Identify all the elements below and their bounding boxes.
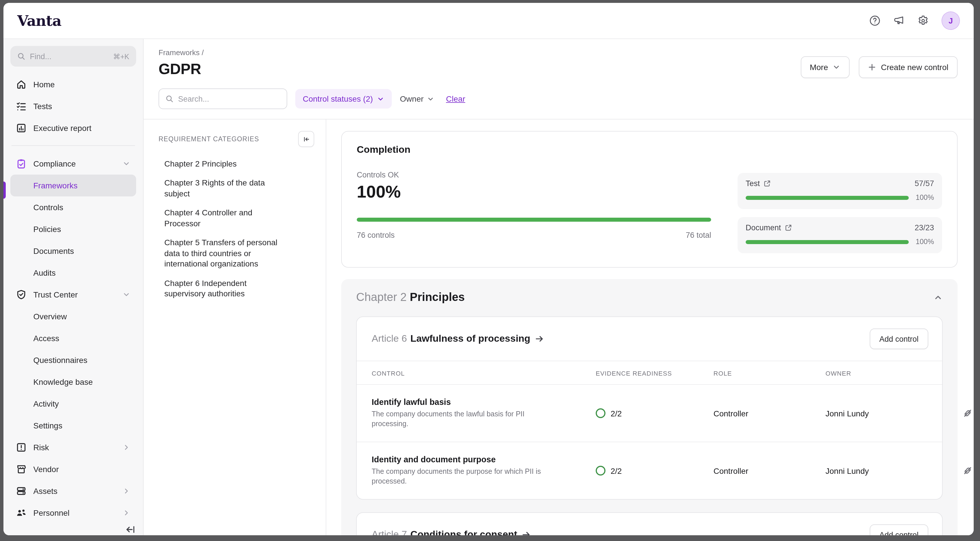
clear-filters-link[interactable]: Clear <box>446 94 465 103</box>
external-link-icon[interactable] <box>764 180 771 187</box>
shield-check-icon <box>16 290 26 300</box>
category-item[interactable]: Chapter 3 Rights of the data subject <box>164 178 279 199</box>
sidebar-item-tests[interactable]: Tests <box>10 95 136 117</box>
chevron-down-icon <box>123 291 130 299</box>
sidebar-item-assets[interactable]: Assets <box>10 480 136 502</box>
sidebar-item-questionnaires[interactable]: Questionnaires <box>10 349 136 371</box>
more-button[interactable]: More <box>800 56 850 78</box>
category-item[interactable]: Chapter 2 Principles <box>164 159 279 169</box>
owner-cell: Jonni Lundy <box>826 466 963 475</box>
sidebar-item-knowledge-base[interactable]: Knowledge base <box>10 371 136 393</box>
article-6-title-link[interactable]: Article 6 Lawfulness of processing <box>372 333 544 345</box>
app-body: Find... ⌘+K Home Tests Executive report … <box>3 39 974 535</box>
completion-percent: 100% <box>357 182 711 202</box>
completion-stats: Test 57/57 100% <box>738 173 942 253</box>
sidebar-item-label: Trust Center <box>33 290 78 299</box>
breadcrumb-frameworks[interactable]: Frameworks <box>159 48 200 57</box>
desktop-background: Vanta J Find... ⌘+K Home Tests <box>0 0 980 541</box>
evidence-ring-icon <box>596 408 606 418</box>
app-window: Vanta J Find... ⌘+K Home Tests <box>3 3 974 535</box>
sidebar-item-audits[interactable]: Audits <box>10 262 136 284</box>
article-7-title-link[interactable]: Article 7 Conditions for consent <box>372 529 531 535</box>
sidebar-item-label: Risk <box>33 443 49 452</box>
role-cell: Controller <box>713 409 826 418</box>
sidebar-item-label: Assets <box>33 487 57 496</box>
search-input[interactable]: Search... <box>159 88 287 109</box>
sidebar-item-label: Documents <box>33 247 74 256</box>
sidebar-item-label: Access <box>33 334 59 343</box>
user-avatar[interactable]: J <box>942 11 960 30</box>
sidebar-item-risk[interactable]: Risk <box>10 436 136 458</box>
article-7-card: Article 7 Conditions for consent Add con… <box>356 512 943 535</box>
table-row[interactable]: Identify lawful basis The company docume… <box>357 384 942 442</box>
sidebar-item-access[interactable]: Access <box>10 327 136 349</box>
chevron-up-icon[interactable] <box>934 293 943 302</box>
control-statuses-filter[interactable]: Control statuses (2) <box>295 89 392 108</box>
owner-filter[interactable]: Owner <box>400 94 434 103</box>
sidebar-item-policies[interactable]: Policies <box>10 218 136 240</box>
sidebar-item-overview[interactable]: Overview <box>10 306 136 327</box>
chevron-down-icon <box>377 95 384 102</box>
breadcrumb[interactable]: Frameworks / <box>159 48 204 57</box>
sidebar-item-label: Audits <box>33 268 56 277</box>
sidebar-item-label: Personnel <box>33 508 70 517</box>
sidebar-collapse-icon[interactable] <box>125 524 136 535</box>
add-control-button[interactable]: Add control <box>869 328 928 349</box>
column-header-owner: OWNER <box>826 361 963 384</box>
create-new-control-button[interactable]: Create new control <box>859 56 958 78</box>
chevron-right-icon <box>123 487 130 495</box>
sidebar: Find... ⌘+K Home Tests Executive report … <box>3 39 143 535</box>
main-content: Frameworks / GDPR More Create new contro… <box>143 39 974 535</box>
categories-title: REQUIREMENT CATEGORIES <box>159 135 259 142</box>
add-control-label: Add control <box>879 530 918 535</box>
test-stat-label[interactable]: Test <box>746 179 760 188</box>
category-item[interactable]: Chapter 6 Independent supervisory author… <box>164 278 279 299</box>
filter-row: Search... Control statuses (2) Owner Cle… <box>143 78 974 119</box>
sidebar-item-label: Home <box>33 80 55 89</box>
find-shortcut: ⌘+K <box>113 52 129 60</box>
sidebar-item-home[interactable]: Home <box>10 73 136 95</box>
sidebar-item-label: Executive report <box>33 124 91 133</box>
announcements-icon[interactable] <box>893 15 905 26</box>
category-item[interactable]: Chapter 5 Transfers of personal data to … <box>164 237 279 269</box>
requirement-categories-panel: REQUIREMENT CATEGORIES Chapter 2 Princip… <box>143 119 326 535</box>
category-item[interactable]: Chapter 4 Controller and Processor <box>164 208 279 229</box>
external-link-icon[interactable] <box>784 224 792 231</box>
sidebar-item-label: Tests <box>33 102 52 111</box>
sidebar-item-vendor[interactable]: Vendor <box>10 458 136 480</box>
sidebar-item-documents[interactable]: Documents <box>10 240 136 262</box>
chevron-right-icon <box>123 443 130 452</box>
sidebar-item-label: Vendor <box>33 465 59 474</box>
table-row[interactable]: Identity and document purpose The compan… <box>357 442 942 499</box>
control-name[interactable]: Identify lawful basis <box>372 398 579 407</box>
help-icon[interactable] <box>869 15 881 26</box>
unlink-action[interactable] <box>963 466 974 476</box>
test-stat-value: 57/57 <box>915 179 934 188</box>
create-button-label: Create new control <box>881 63 948 72</box>
unlink-action[interactable] <box>963 408 974 418</box>
document-stat-card: Document 23/23 100% <box>738 217 942 253</box>
active-section-indicator <box>3 181 6 199</box>
global-search-input[interactable]: Find... ⌘+K <box>10 46 136 67</box>
sidebar-item-compliance[interactable]: Compliance <box>10 153 136 175</box>
document-stat-label[interactable]: Document <box>746 223 781 232</box>
controls-table-header: CONTROL EVIDENCE READINESS ROLE OWNER <box>357 361 942 384</box>
sidebar-item-frameworks[interactable]: Frameworks <box>10 175 136 196</box>
chapter-2-section: Chapter 2 Principles Article 6 Lawfulnes… <box>341 279 958 535</box>
sidebar-item-controls[interactable]: Controls <box>10 196 136 218</box>
settings-gear-icon[interactable] <box>917 15 929 26</box>
arrow-right-icon <box>522 530 531 535</box>
article-prefix: Article 6 <box>372 333 407 345</box>
test-progress-bar <box>746 196 909 200</box>
sidebar-item-executive-report[interactable]: Executive report <box>10 117 136 139</box>
collapse-panel-button[interactable] <box>298 131 314 147</box>
sidebar-item-settings[interactable]: Settings <box>10 415 136 436</box>
control-name[interactable]: Identity and document purpose <box>372 455 579 464</box>
sidebar-item-activity[interactable]: Activity <box>10 393 136 415</box>
sidebar-divider <box>11 145 135 146</box>
add-control-button[interactable]: Add control <box>869 524 928 535</box>
sidebar-item-personnel[interactable]: Personnel <box>10 502 136 524</box>
completion-progress-bar <box>357 218 711 222</box>
unlink-icon <box>963 408 972 418</box>
sidebar-item-trust-center[interactable]: Trust Center <box>10 284 136 306</box>
